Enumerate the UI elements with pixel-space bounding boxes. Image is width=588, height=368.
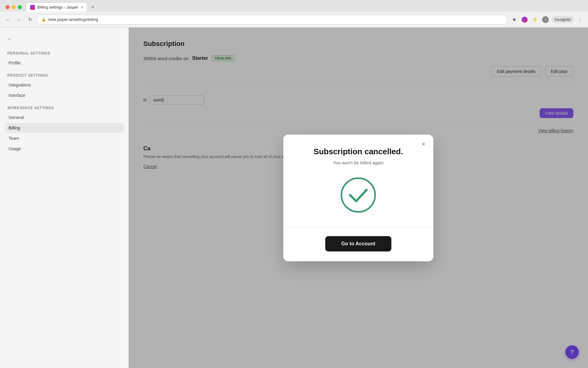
browser-chrome: Billing settings - Jasper × + ← → ↻ 🔒 be… [0,0,588,28]
sidebar-back-button[interactable]: ← [5,35,124,43]
browser-nav: ← → ↻ 🔒 beta.jasper.ai/settings/billing … [0,12,588,27]
close-icon: × [422,141,425,148]
lock-icon: 🔒 [41,17,46,22]
modal-body: × Subscription cancelled. You won't be b… [283,135,433,227]
modal: × Subscription cancelled. You won't be b… [283,135,433,261]
back-arrow-icon: ← [7,36,12,41]
sidebar-item-team[interactable]: Team [5,133,124,143]
sidebar-item-integrations[interactable]: Integrations [5,80,124,90]
browser-tabs: Billing settings - Jasper × + [0,0,588,12]
new-tab-button[interactable]: + [89,3,97,11]
tab-title: Billing settings - Jasper [37,5,78,10]
forward-nav-button[interactable]: → [15,15,23,24]
sidebar-item-general[interactable]: General [5,113,124,122]
bookmark-icon[interactable]: ★ [510,15,518,24]
modal-overlay: × Subscription cancelled. You won't be b… [129,28,588,368]
tab-favicon [30,5,35,10]
modal-title: Subscription cancelled. [298,147,419,156]
tab-close-icon[interactable]: × [81,5,83,10]
workspace-settings-section-title: Workspace settings [5,106,124,110]
minimize-window-btn[interactable] [12,5,16,9]
nav-right-controls: ★ ⚡ I Incognito ⋮ [510,15,584,24]
modal-close-button[interactable]: × [419,140,428,149]
url-text: beta.jasper.ai/settings/billing [48,17,98,22]
page-layout: ← Personal settings Profile Product sett… [0,28,588,368]
modal-subtitle: You won't be billed again [298,160,419,165]
sidebar-item-profile[interactable]: Profile [5,58,124,68]
product-settings-section-title: Product settings [5,73,124,78]
incognito-label: Incognito [555,17,571,22]
back-nav-button[interactable]: ← [4,15,12,24]
sidebar-item-usage[interactable]: Usage [5,144,124,154]
window-controls [2,3,25,11]
go-to-account-button[interactable]: Go to Account [325,236,391,251]
modal-footer: Go to Account [283,228,433,261]
more-options-icon[interactable]: ⋮ [576,15,584,24]
incognito-badge: Incognito [552,16,574,23]
address-bar[interactable]: 🔒 beta.jasper.ai/settings/billing [37,15,507,25]
success-circle-icon [338,175,378,215]
sidebar: ← Personal settings Profile Product sett… [0,28,129,368]
sidebar-item-billing[interactable]: Billing [5,123,124,133]
main-content: Subscription 35000 word credits on Start… [129,28,588,368]
jasper-extension-icon[interactable] [520,15,529,24]
extensions-icon[interactable]: ⚡ [531,15,539,24]
reload-nav-button[interactable]: ↻ [26,15,34,24]
active-tab[interactable]: Billing settings - Jasper × [26,2,87,12]
sidebar-item-interface[interactable]: Interface [5,90,124,100]
personal-settings-section-title: Personal settings [5,51,124,56]
maximize-window-btn[interactable] [18,5,22,9]
svg-point-0 [341,178,375,212]
profile-icon[interactable]: I [541,15,550,24]
close-window-btn[interactable] [6,5,9,9]
